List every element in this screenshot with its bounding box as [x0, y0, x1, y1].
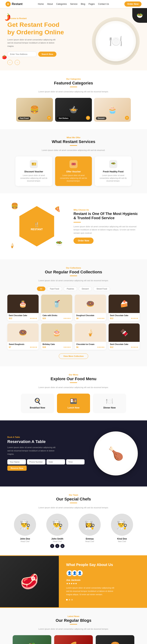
- reservation-desc: Lorem ipsum dolor sit amet consectetur a…: [7, 446, 59, 456]
- nav-contact[interactable]: Contact Us: [98, 3, 109, 5]
- nav-blog[interactable]: Blog: [81, 3, 85, 5]
- service-card-2[interactable]: 🥗 Fresh Healthy Food Lorem ipsum dolor s…: [95, 156, 131, 186]
- trusted-divider: [74, 222, 81, 222]
- menu-card-breakfast[interactable]: 🍳 Breakfast Now: [21, 394, 54, 413]
- food-card-1[interactable]: 🥤 Cake with Drinks $15 ★★★★★: [41, 295, 72, 321]
- test-dot-2[interactable]: [71, 599, 73, 600]
- nav-service[interactable]: Service: [70, 3, 78, 5]
- category-label-0: Fast Food: [18, 117, 31, 120]
- chef-card-2: 👩‍🍳 Emmaa Head Chef: [75, 514, 104, 548]
- hero-corner-dish: 🥗: [132, 8, 147, 23]
- service-icon-0: 🎫: [30, 160, 38, 168]
- food-image-0: 🎂: [7, 295, 39, 313]
- category-card-2[interactable]: 🧁 Dessert +: [94, 98, 131, 122]
- reservation-time-input[interactable]: [66, 459, 85, 464]
- hero-title-line2: by Ordering Online: [7, 29, 64, 36]
- food-name-5: Birthday Cake: [43, 343, 71, 345]
- test-dot-1[interactable]: [69, 599, 70, 600]
- food-rating-7: ★★★★★: [131, 346, 138, 348]
- reservation-phone-input[interactable]: [27, 459, 46, 464]
- blog-card-2: 🍔 Food Guide Brief About How to Make Bur…: [96, 635, 134, 644]
- collections-desc: Lorem ipsum dolor sit amet consectetur a…: [37, 279, 110, 282]
- hero-prev-arrow[interactable]: ←: [7, 60, 13, 65]
- reservation-date-input[interactable]: [47, 459, 65, 464]
- testimonial-avatars: 👤 👤 👤: [66, 570, 140, 576]
- food-menu-section: Our Menu Explore Our Food Menu Lorem ips…: [0, 366, 147, 420]
- food-card-7[interactable]: 🍫 Dark Chocolate Cake $12 ★★★★★: [109, 324, 140, 350]
- test-dot-0[interactable]: [66, 599, 68, 600]
- food-name-4: Sweet Doughnuts: [9, 343, 37, 345]
- chef-name-0: John Doe: [10, 538, 40, 540]
- chef-name-2: Emmaa: [75, 538, 104, 540]
- reservation-content: Book A Table Reservation A Table Lorem i…: [7, 436, 85, 471]
- hero-next-arrow[interactable]: →: [15, 60, 20, 65]
- nav-pages[interactable]: Pages: [89, 3, 95, 5]
- chef-name-1: John Smith: [43, 538, 72, 540]
- services-grid: 🎫 Discount Voucher Lorem ipsum dolor sit…: [7, 156, 140, 186]
- hero-title: Get Restant Food by Ordering Online: [7, 21, 92, 36]
- food-card-0[interactable]: 🎂 Dark Chocolate Cake $12 ★★★★★: [7, 295, 39, 321]
- food-name-1: Cake with Drinks: [43, 314, 71, 316]
- hero-section: 🌶️ 🍅 Welcome to Restant Get Restant Food…: [0, 8, 147, 70]
- food-name-7: Dark Chocolate Cake: [110, 343, 138, 345]
- trusted-hex-content: 🍴 RESTANT: [31, 222, 43, 231]
- reservation-title: Reservation A Table: [7, 439, 85, 444]
- food-card-4[interactable]: 🍩 Sweet Doughnuts $7 ★★★★★: [7, 324, 39, 350]
- nav-cta-button[interactable]: Order Now: [124, 2, 141, 6]
- service-card-1[interactable]: 🎟️ Offer Voucher Lorem ipsum dolor sit a…: [55, 156, 92, 186]
- reservation-submit-button[interactable]: Reserve Now: [7, 466, 27, 471]
- filter-tab-all[interactable]: All: [37, 286, 45, 291]
- corner-food-icon: 🥗: [136, 12, 143, 18]
- blog-card-1: 🍕 Recipes Brief About How to Make Pizza …: [54, 635, 93, 644]
- service-card-0[interactable]: 🎫 Discount Voucher Lorem ipsum dolor sit…: [16, 156, 52, 186]
- food-card-5[interactable]: 🎂 Birthday Cake $18 ★★★★★: [41, 324, 72, 350]
- food-price-row-6: $6 ★★★★★: [76, 346, 105, 348]
- trusted-section: 🍴 RESTANT 🍔 🍕 🍦 🥗 Why Choose Us Restant …: [0, 193, 147, 260]
- food-card-2[interactable]: 🍩 Doughnut Chocolate $8 ★★★★★: [75, 295, 106, 321]
- nav-about[interactable]: About: [47, 3, 53, 5]
- chef-role-0: Head Chef: [10, 540, 40, 542]
- food-rating-3: ★★★★★: [131, 318, 138, 319]
- chef-social-tw[interactable]: t: [55, 544, 59, 548]
- chef-socials-1: f t in: [43, 544, 72, 548]
- food-card-3[interactable]: 🍰 Dark Chocolate Cake $12 ★★★★★: [109, 295, 140, 321]
- category-card-0[interactable]: 🍔 Fast Food +: [16, 98, 53, 122]
- food-card-6[interactable]: 🍦 Chocolate Ice Cream $6 ★★★★★: [75, 324, 106, 350]
- menu-label: Our Menu: [7, 374, 140, 376]
- menu-card-dinner[interactable]: 🍽️ Dinner Now: [93, 394, 126, 413]
- trusted-cta-button[interactable]: Order Now: [74, 238, 93, 244]
- hero-tomato-decoration: 🍅: [2, 55, 7, 60]
- collections-label: Our Collections: [7, 267, 140, 269]
- filter-tab-fastfood[interactable]: Fast Food: [47, 286, 62, 291]
- chef-role-2: Head Chef: [75, 540, 104, 542]
- chef-social-fb[interactable]: f: [50, 544, 54, 548]
- testimonial-text: Lorem ipsum dolor sit amet consectetur a…: [66, 586, 118, 596]
- collections-section: Our Collections Our Regular Food Collect…: [0, 260, 147, 366]
- menu-desc: Lorem ipsum dolor sit amet consectetur a…: [37, 386, 110, 389]
- food-rating-4: ★★★★★: [30, 346, 37, 348]
- nav-logo[interactable]: R Restant: [6, 2, 23, 6]
- category-label-2: Dessert: [96, 117, 106, 120]
- menu-card-lunch[interactable]: 🍱 Lunch Now: [57, 394, 90, 413]
- filter-tab-pastries[interactable]: Pastries: [64, 286, 77, 291]
- food-price-6: $6: [76, 346, 78, 348]
- blogs-label: Latest News: [7, 615, 140, 618]
- hero-search-button[interactable]: Search Now: [38, 52, 56, 57]
- food-image-5: 🎂: [41, 324, 72, 342]
- chef-social-ig[interactable]: in: [60, 544, 65, 548]
- hero-address-input[interactable]: [7, 52, 37, 57]
- category-label-1: Hot Dishes: [57, 117, 70, 120]
- reservation-name-input[interactable]: [7, 459, 26, 464]
- float-food-4: 🥗: [56, 240, 62, 246]
- category-card-1[interactable]: 🍲 Hot Dishes +: [55, 98, 92, 122]
- trusted-logo-icon: 🍴: [31, 222, 43, 227]
- filter-tab-street[interactable]: Street Food: [93, 286, 110, 291]
- nav-categories[interactable]: Categories: [56, 3, 67, 5]
- nav-home[interactable]: Home: [38, 3, 44, 5]
- filter-tab-dessert[interactable]: Dessert: [79, 286, 92, 291]
- hero-plate: 🍽️: [96, 21, 136, 61]
- view-more-button[interactable]: View More Collection: [59, 354, 88, 359]
- testimonial-title: What People Say About Us: [66, 563, 140, 567]
- collections-divider: [70, 276, 77, 276]
- food-image-1: 🥤: [41, 295, 72, 313]
